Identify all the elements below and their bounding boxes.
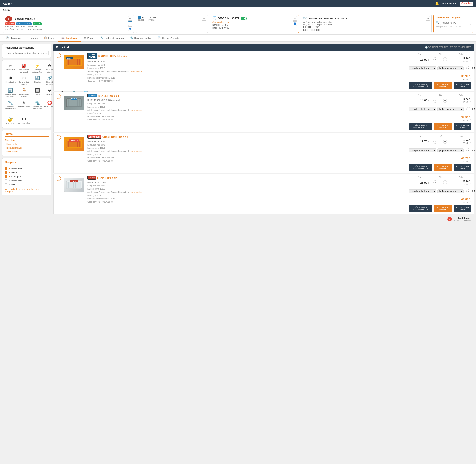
user-vehicle-btn[interactable]: 👤 (128, 27, 132, 31)
brand-champion-heart[interactable]: ♥ (9, 175, 10, 178)
filter-filtre-huile[interactable]: Filtre à huile (5, 142, 49, 146)
meyle-qty-plus[interactable]: + (443, 99, 447, 103)
carnet-icon: 📄 (158, 37, 161, 39)
champion-labor-type[interactable]: [T1] Main d'oeuvre T1 (437, 148, 464, 153)
cat-equipement[interactable]: 🪑 Équipement intérieur (17, 87, 31, 98)
champion-brand-logo: CHAMPION (87, 135, 101, 139)
tab-pneus[interactable]: ⚙ Pneus (81, 35, 97, 42)
cat-refroidissement[interactable]: ❄ Refroidissement (17, 99, 31, 115)
brand-ufi-heart[interactable]: ♥ (9, 183, 10, 186)
meyle-labor-type[interactable]: [T1] Main d'oeuvre T1 (437, 107, 464, 111)
devis-toggle[interactable] (241, 17, 247, 20)
filter-title: Filtres (5, 132, 49, 137)
fram-btn-verify[interactable]: VÉRIFIER LA DISPONIBILITÉ (409, 205, 432, 212)
brand-mann-heart[interactable]: ♥ (9, 167, 10, 170)
cat-allumage[interactable]: ⚡ Allumage/ préchauffage (32, 63, 43, 74)
brand-ufi-checkbox[interactable] (5, 183, 7, 186)
filter-panel: Filtres Filtre à air Filtre à huile Filt… (2, 130, 51, 156)
fram-labor-qty-minus[interactable]: − (466, 189, 470, 193)
verify-all-label: VÉRIFIER TOUTES LES DISPONIBILITÉS (428, 46, 471, 48)
champion-total-val: 18.70 HT 22.44 TTC (451, 139, 471, 145)
tab-donnees[interactable]: 🔩 Données métier (127, 35, 155, 42)
brand-mann2-heart[interactable]: ♥ (9, 179, 10, 182)
champion-btn-verify[interactable]: VÉRIFIER LA DISPONIBILITÉ (409, 164, 432, 171)
fram-total-val: 23.90 HT 28.68 TTC (451, 180, 471, 185)
tab-catalogue[interactable]: 📖 Catalogue (58, 35, 81, 42)
fram-info-btn[interactable]: i (56, 176, 61, 181)
bc-dates: 07/2014 → 07/2016 (138, 19, 206, 21)
meyle-labor-qty-minus[interactable]: − (466, 107, 470, 111)
search-piece-example: Exemple : Ref 11 12 321 0019 » (436, 26, 471, 28)
tab-historique[interactable]: 🕐 Historique (3, 35, 24, 42)
devis-icon: 🧾 (212, 16, 216, 20)
brand-meyle-checkbox[interactable]: ✓ (5, 171, 7, 174)
bc-section: BC - 236 - SD 07/2014 → 07/2016 ⚙ (136, 15, 208, 33)
cat-alimentation[interactable]: ⛽ Alimentation carburant (17, 63, 31, 74)
devis-total-ht: Total HT : 0,00€ (212, 24, 296, 26)
tab-carnet[interactable]: 📄 Carnet d'entretien (155, 35, 184, 42)
fram-labor-type[interactable]: [T1] Main d'oeuvre T1 (437, 189, 464, 193)
mann-qty-plus[interactable]: + (443, 58, 447, 61)
filter-filtre-air[interactable]: Filtre à air (5, 138, 49, 142)
devis-user-btn[interactable]: 👤 (293, 21, 297, 26)
fram-btn-panier[interactable]: AJOUTER AU PANIER (434, 205, 452, 212)
brand-extend[interactable]: => Étendre la recherche à toutes les mar… (5, 188, 49, 193)
fram-qty-minus[interactable]: − (433, 181, 437, 184)
champion-info-btn[interactable]: i (56, 135, 61, 140)
cat-accessoires[interactable]: ✂ Accessoires (5, 63, 16, 74)
brand-mann-checkbox[interactable]: ✓ (5, 167, 7, 170)
panier-edit-btn[interactable]: ✏ (426, 16, 430, 21)
tab-huiles[interactable]: 🔧 Huiles et Liquides (97, 35, 127, 42)
champion-qty-plus[interactable]: + (443, 140, 447, 144)
tab-favoris[interactable]: ♥ Favoris (24, 35, 41, 42)
meyle-qty-minus[interactable]: − (433, 99, 437, 103)
cat-direction[interactable]: 🔄 Direction (32, 75, 43, 86)
bc-edit-btn[interactable]: ⚙ (202, 16, 206, 21)
champion-labor-qty-minus[interactable]: − (466, 148, 470, 153)
notification-icon[interactable]: 🔔 (435, 2, 439, 5)
champion-btn-devis[interactable]: AJOUTER AU DEVIS (454, 164, 471, 171)
mann-info-btn[interactable]: i (56, 53, 61, 58)
fram-qty-plus[interactable]: + (443, 181, 447, 184)
mann-labor-qty-minus[interactable]: − (466, 66, 470, 70)
meyle-info-btn[interactable]: i (56, 94, 61, 99)
mann-qty-minus[interactable]: − (433, 58, 437, 61)
cat-verrouillage[interactable]: 🔐 Verrouillage (5, 116, 16, 125)
mann-btn-devis[interactable]: AJOUTER AU DEVIS (454, 82, 471, 89)
champion-labor-select[interactable]: Remplacer le filtre à air (409, 148, 436, 153)
cat-filtres[interactable]: 🔲 Filtres (32, 87, 43, 98)
tab-forfait[interactable]: 📋 Forfait (41, 35, 58, 42)
filter-filtre-habitacle[interactable]: Filtre habitacle (5, 150, 49, 154)
mann-labor-type[interactable]: [T1] Main d'oeuvre T1 (437, 66, 464, 70)
brand-champion-checkbox[interactable]: ✓ (5, 175, 7, 178)
champion-total-ht: 18.70 HT (451, 139, 471, 142)
cat-ressort[interactable]: 🔩 Ressort de suspension (32, 99, 43, 115)
meyle-labor-select[interactable]: Remplacer le filtre à air (409, 107, 436, 111)
search-category-input[interactable] (5, 51, 49, 55)
cat-climatisation[interactable]: ❄ Climatisation (5, 75, 16, 86)
verify-all-btn[interactable]: 🕐 VÉRIFIER TOUTES LES DISPONIBILITÉS (425, 46, 471, 48)
voir-tous-devis[interactable]: Voir tous les devis (212, 21, 296, 23)
cat-entrainement-roues[interactable]: 🔄 Entraînement des roues (5, 87, 16, 98)
mann-btn-verify[interactable]: VÉRIFIER LA DISPONIBILITÉ (409, 82, 432, 89)
devis-edit-btn[interactable]: ✏ (293, 16, 297, 21)
cat-pieces[interactable]: 🔧 Pièces de maintenance (5, 99, 16, 115)
meyle-btn-devis[interactable]: AJOUTER AU DEVIS (454, 123, 471, 130)
meyle-btn-panier[interactable]: AJOUTER AU PANIER (434, 123, 452, 130)
cat-commande[interactable]: ⚙ Commande à courroie (17, 75, 31, 86)
brand-mann2-checkbox[interactable] (5, 179, 7, 182)
meyle-btn-verify[interactable]: VÉRIFIER LA DISPONIBILITÉ (409, 123, 432, 130)
search-piece-input[interactable] (440, 21, 471, 25)
mann-labor-select[interactable]: Remplacer le filtre à air (409, 66, 436, 70)
filter-filtre-carburant[interactable]: Filtre à carburant (5, 146, 49, 150)
champion-qty-minus[interactable]: − (433, 140, 437, 144)
mann-btn-panier[interactable]: AJOUTER AU PANIER (434, 82, 452, 89)
fram-btn-devis[interactable]: AJOUTER AU DEVIS (454, 205, 471, 212)
info-vehicle-btn[interactable]: ℹ (128, 21, 132, 26)
brand-meyle-heart[interactable]: ♥ (9, 171, 10, 174)
cat-autres[interactable]: ••• Autres articles (17, 116, 31, 125)
edit-vehicle-btn[interactable]: ✏ (128, 16, 132, 21)
refroidissement-icon: ❄ (22, 100, 26, 105)
fram-labor-select[interactable]: Remplacer le filtre à air (409, 189, 436, 193)
champion-btn-panier[interactable]: AJOUTER AU PANIER (434, 164, 452, 171)
